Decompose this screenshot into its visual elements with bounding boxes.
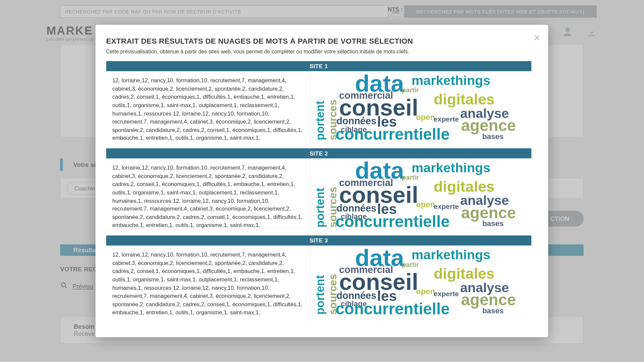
cloud-word: experte	[434, 203, 459, 211]
cloud-word: markethings	[412, 73, 490, 88]
cloud-word: partir	[402, 86, 419, 94]
modal-title: EXTRAIT DES RÉSULTATS DE NUAGES DE MOTS …	[106, 37, 537, 46]
preview-modal: × EXTRAIT DES RÉSULTATS DE NUAGES DE MOT…	[96, 25, 548, 337]
cloud-word: open	[416, 287, 435, 297]
cloud-word: digitales	[434, 265, 495, 282]
site-keywords-1: 12, lorraine,12, nancy,10, formation,10,…	[106, 71, 310, 148]
cloud-word: markethings	[412, 160, 490, 175]
cloud-word: portent	[313, 188, 327, 227]
cloud-word: partir	[402, 261, 419, 268]
site-row-3: 12, lorraine,12, nancy,10, formation,10,…	[106, 245, 531, 322]
cloud-word: experte	[434, 116, 459, 124]
wordcloud-3: portent sources data markethings partir …	[310, 245, 531, 322]
cloud-word: digitales	[434, 178, 495, 195]
cloud-word: concurrentielle	[335, 125, 449, 144]
site-keywords-3: 12, lorraine,12, nancy,10, formation,10,…	[106, 245, 310, 322]
site-row-2: 12, lorraine,12, nancy,10, formation,10,…	[106, 159, 531, 235]
site-keywords-2: 12, lorraine,12, nancy,10, formation,10,…	[106, 159, 310, 235]
close-icon[interactable]: ×	[534, 31, 540, 45]
site-header-1: SITE 1	[106, 61, 531, 71]
cloud-word: portent	[313, 101, 327, 140]
modal-subtitle: Cette prévisualisation, obtenue à partir…	[106, 49, 537, 55]
wordcloud-1: portent sources data markethings partir …	[310, 71, 531, 148]
cloud-word: partir	[402, 174, 419, 181]
cloud-word: concurrentielle	[335, 300, 449, 318]
cloud-word: digitales	[434, 91, 495, 108]
cloud-word: open	[416, 200, 435, 210]
site-row-1: 12, lorraine,12, nancy,10, formation,10,…	[106, 71, 531, 148]
site-header-3: SITE 3	[106, 235, 531, 245]
wordcloud-2: portent sources data markethings partir …	[310, 159, 531, 235]
cloud-word: markethings	[412, 247, 490, 263]
cloud-word: bases	[482, 307, 504, 315]
site-header-2: SITE 2	[106, 148, 531, 159]
cloud-word: portent	[313, 275, 327, 315]
cloud-word: bases	[482, 220, 504, 228]
cloud-word: experte	[434, 290, 459, 298]
cloud-word: concurrentielle	[335, 213, 449, 231]
cloud-word: bases	[482, 132, 504, 141]
cloud-word: open	[416, 113, 435, 122]
modal-scroll-body[interactable]: SITE 1 12, lorraine,12, nancy,10, format…	[106, 61, 537, 327]
